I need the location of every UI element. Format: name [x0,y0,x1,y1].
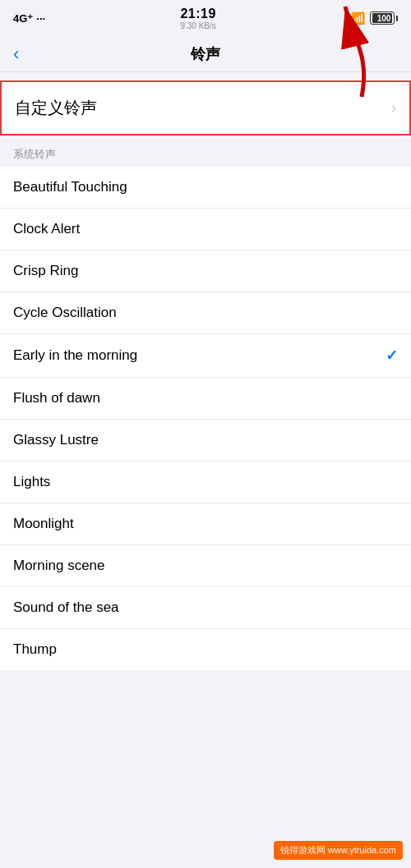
ringtone-name: Cycle Oscillation [13,305,117,321]
ringtone-item[interactable]: Sound of the sea [0,587,411,629]
ringtone-item[interactable]: Glassy Lustre [0,420,411,462]
ringtone-item[interactable]: Flush of dawn [0,378,411,420]
network-indicator: 4G⁺ [13,12,33,25]
ringtone-name: Moonlight [13,516,74,532]
section-header: 系统铃声 [0,135,411,167]
battery-indicator: 100 [370,11,395,25]
ringtone-name: Crisp Ring [13,263,78,279]
back-button[interactable]: ‹ [13,44,19,65]
ringtone-name: Clock Alert [13,221,80,237]
ringtone-list: Beautiful TouchingClock AlertCrisp RingC… [0,167,411,670]
custom-ringtone-section: 自定义铃声 › [0,80,411,135]
ringtone-name: Sound of the sea [13,599,119,616]
ringtone-item[interactable]: Cycle Oscillation [0,292,411,334]
ringtone-name: Glassy Lustre [13,432,99,448]
status-time: 21:19 [180,7,215,21]
custom-ringtone-container: 自定义铃声 › [0,80,411,135]
ringtone-name: Morning scene [13,558,105,574]
ringtone-item[interactable]: Thump [0,629,411,670]
selected-checkmark: ✓ [386,347,398,365]
page-title: 铃声 [191,44,220,64]
watermark: 锐得游戏网 www.ytruida.com [274,841,403,860]
signal-dots: ··· [36,12,45,25]
ringtone-name: Flush of dawn [13,390,100,406]
ringtone-item[interactable]: Early in the morning✓ [0,334,411,378]
ringtone-item[interactable]: Crisp Ring [0,250,411,292]
ringtone-name: Lights [13,474,50,490]
ringtone-name: Thump [13,641,57,658]
ringtone-name: Early in the morning [13,347,137,364]
wifi-icon: 📶 [351,11,365,25]
custom-ringtone-item[interactable]: 自定义铃声 › [2,82,409,134]
nav-bar: ‹ 铃声 [0,36,411,72]
battery-cap [396,16,398,21]
status-right: 📶 100 [351,11,398,25]
status-left: 4G⁺ ··· [13,12,45,25]
ringtone-item[interactable]: Lights [0,462,411,503]
status-bar: 4G⁺ ··· 21:19 9.30 KB/s 📶 100 [0,0,411,36]
ringtone-item[interactable]: Moonlight [0,503,411,545]
ringtone-item[interactable]: Morning scene [0,545,411,587]
ringtone-item[interactable]: Clock Alert [0,209,411,250]
status-speed: 9.30 KB/s [180,21,215,30]
status-center: 21:19 9.30 KB/s [180,7,215,30]
custom-ringtone-label: 自定义铃声 [15,97,97,119]
battery-text: 100 [372,14,395,23]
ringtone-name: Beautiful Touching [13,179,127,195]
chevron-right-icon: › [391,99,396,117]
ringtone-item[interactable]: Beautiful Touching [0,167,411,209]
